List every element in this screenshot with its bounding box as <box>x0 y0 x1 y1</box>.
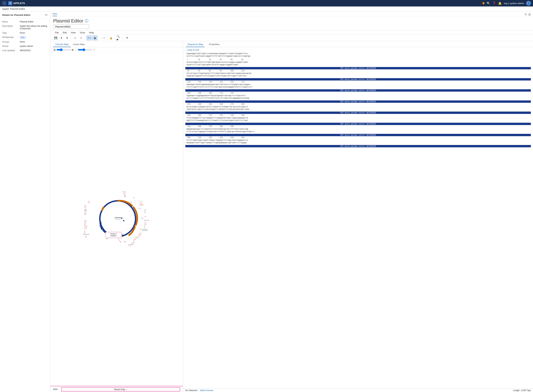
tab-circular-map[interactable]: Circular Map <box>53 42 71 47</box>
svg-text:PmaCI: PmaCI <box>84 228 87 229</box>
svg-text:AatII: AatII <box>84 220 86 221</box>
menu-edit[interactable]: Edit <box>61 31 68 35</box>
toolbar-separator-3 <box>99 36 99 40</box>
field-workgroups-label: Workgroups <box>2 36 18 39</box>
menu-view[interactable]: View <box>69 31 77 35</box>
menu-bar: File Edit View Tools Help <box>50 30 533 35</box>
svg-text:pol: pol <box>144 211 146 212</box>
svg-text:Human imm...: Human imm... <box>144 220 149 221</box>
save-button[interactable]: 💾 <box>53 36 58 40</box>
svg-text:FbaI: FbaI <box>140 201 142 202</box>
refresh-button[interactable]: ↻ <box>524 13 527 16</box>
field-owner-value: system admin <box>20 45 48 47</box>
redo-button[interactable]: ↪ <box>79 36 83 40</box>
applet-title: Applet: Plasmid Editor <box>2 8 25 10</box>
find-button[interactable]: 🔍 ▶ <box>116 36 122 40</box>
avatar[interactable]: 👤 <box>526 1 531 5</box>
svg-text:SphI: SphI <box>123 192 125 193</box>
nav-left-arrow[interactable]: ◀ <box>53 48 55 51</box>
seq-text-8b: ccctcaccgctcgggagctacgagcagtatataatttcga… <box>185 130 531 133</box>
seq-ruler-block-3: 120 130 140 150 160 170 aagaaggccaaataag… <box>185 81 531 88</box>
sequence-pane: Sequence Map Properties ↓ Jump to end tg… <box>183 41 533 392</box>
logo-icon: ✦ <box>8 1 12 5</box>
tab-linear-map[interactable]: Linear Map <box>71 42 87 47</box>
seq-text-2a: acacacaaggctacttccctgattggcagaactacacacc… <box>185 61 531 63</box>
left-panel: Details for Plasmid Editor ⊢ Name Plasmi… <box>0 11 50 392</box>
select-button[interactable]: ▣ <box>92 36 97 40</box>
svg-text:PvuII: PvuII <box>84 213 86 214</box>
zoom-minus-button[interactable]: − <box>75 48 77 51</box>
svg-text:SbfI: SbfI <box>140 202 142 203</box>
view-tab[interactable]: View <box>52 13 57 16</box>
ruler-3: 120 130 140 150 160 170 <box>185 81 531 83</box>
seq-ruler-block-4: 180 190 200 210 220 tggaagacccgggaggaagt… <box>185 92 531 99</box>
feature-bar-1: HIV whole-genome vector AA1305#18 <box>185 67 531 69</box>
svg-text:vif: vif <box>144 226 145 227</box>
circular-map-area: 1150 2400 3450 4600 5750 6900 9060 10350… <box>50 52 183 386</box>
svg-text:BglI: BglI <box>84 205 86 206</box>
nav-slider[interactable] <box>56 48 71 51</box>
map-pane: Circular Map Linear Map ◀ ▶ − + <box>50 41 183 392</box>
left-panel-header: Details for Plasmid Editor ⊢ <box>0 11 50 19</box>
zoom-slider[interactable] <box>78 48 92 51</box>
view-header: View ↻ 🖨 <box>50 11 533 16</box>
page-title-bar: Plasmid Editor ⓘ <box>50 16 533 24</box>
help-icon[interactable]: ❓ <box>492 2 496 5</box>
svg-marker-4 <box>123 219 124 222</box>
search-icon[interactable]: 🔍 <box>487 2 490 5</box>
lock-button[interactable]: 🔒 <box>108 36 113 40</box>
back-button[interactable]: ‹ <box>2 1 6 5</box>
notification-icon[interactable]: 🔔 <box>498 2 502 5</box>
svg-text:Sse8387I: Sse8387I <box>139 204 143 205</box>
seq-text-6b: cagttgtacccggctctcgacgtaggtctcagtgatttct… <box>185 108 531 111</box>
field-description-label: Description <box>2 25 18 30</box>
svg-text:NruI: NruI <box>84 224 86 225</box>
svg-text:ampR: ampR <box>84 210 87 211</box>
cut-button[interactable]: ✂ ▾ <box>87 36 92 40</box>
undo-button[interactable]: ↩ <box>73 36 78 40</box>
svg-text:CspAI: CspAI <box>144 209 146 210</box>
svg-text:Van91I: Van91I <box>144 224 147 225</box>
svg-text:6900: 6900 <box>124 241 126 242</box>
svg-text:Acc3III: Acc3III <box>84 227 87 228</box>
svg-text:EcoRI: EcoRI <box>139 233 142 234</box>
svg-text:BarI: BarI <box>144 216 146 217</box>
ruler-8: 400 410 420 430 440 450 <box>185 136 531 139</box>
menu-tools[interactable]: Tools <box>78 31 87 35</box>
feature-bar-4: HIV whole-genome vector AA1305#18 <box>185 100 531 103</box>
eye-button[interactable]: 👁 <box>125 36 130 40</box>
zoom-plus-button[interactable]: + <box>93 48 95 51</box>
tab-properties[interactable]: Properties <box>207 42 221 47</box>
nav-right-arrow[interactable]: ▶ <box>72 48 74 51</box>
svg-text:BspCI: BspCI <box>84 212 87 213</box>
top-nav-right: 🔍 ❓ 🔔 esp | system admin 👤 <box>482 1 531 5</box>
collapse-button[interactable]: ⊢ <box>46 13 48 17</box>
seq-text-4b: ttcttccggttttattcctctcttcttgtcgaacaatgtg… <box>185 86 531 88</box>
download-button[interactable]: ⬇ <box>59 36 64 40</box>
upload-button[interactable]: ⬆ <box>65 36 70 40</box>
arrow-button[interactable]: → ▾ <box>100 36 105 40</box>
main-layout: Details for Plasmid Editor ⊢ Name Plasmi… <box>0 11 533 392</box>
seq-content[interactable]: ↓ Jump to end tggaagggctaatttggtcccaaaaa… <box>183 47 533 388</box>
svg-text:11487 bps: 11487 bps <box>115 219 120 220</box>
menu-help[interactable]: Help <box>87 31 96 35</box>
plasmid-search-input[interactable] <box>53 24 89 29</box>
page-title: Plasmid Editor <box>53 18 83 24</box>
print-button[interactable]: 🖨 <box>528 13 531 16</box>
read-only-status[interactable]: Read Only ⬨ <box>61 387 180 392</box>
ruler-5: 230 240 250 260 270 280 <box>185 103 531 105</box>
feature-bar-2: HIV whole-genome vector AA1305#18 <box>185 78 531 80</box>
svg-text:BveI: BveI <box>144 223 146 224</box>
view-header-actions: ↻ 🖨 <box>524 13 531 16</box>
select-inverse-button[interactable]: Select Inverse <box>200 389 213 392</box>
menu-file[interactable]: File <box>53 31 60 35</box>
svg-text:gag: gag <box>124 196 126 197</box>
tab-sequence-map[interactable]: Sequence Map <box>186 42 204 47</box>
jump-to-end[interactable]: ↓ Jump to end <box>185 49 531 51</box>
details-grid: Name Plasmid Editor Description Applet t… <box>0 19 50 54</box>
svg-text:ApaI: ApaI <box>133 197 135 198</box>
read-only-icon: ⬨ <box>126 388 127 391</box>
info-icon[interactable]: ⓘ <box>85 19 88 23</box>
svg-text:9060: 9060 <box>106 238 108 239</box>
field-groups-value: None <box>20 41 48 43</box>
